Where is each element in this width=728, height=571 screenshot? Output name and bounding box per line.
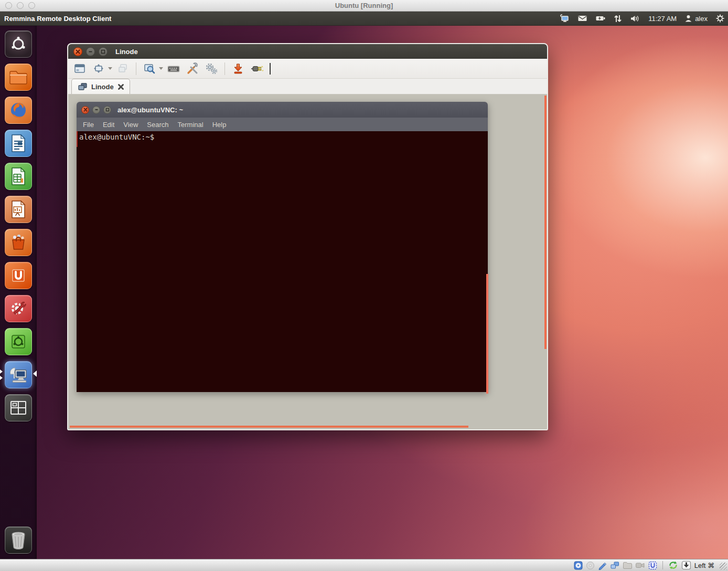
menu-search[interactable]: Search — [147, 121, 168, 129]
trash-icon — [9, 530, 27, 550]
host-window-title: Ubuntu [Running] — [0, 2, 728, 9]
session-gear-icon[interactable] — [715, 14, 725, 23]
scaled-mode-icon — [143, 62, 156, 75]
terminal-maximize-button[interactable] — [103, 106, 111, 114]
hdd-activity-icon[interactable] — [574, 561, 583, 570]
traffic-lights — [5, 2, 35, 9]
fullscreen-icon — [73, 62, 86, 75]
volume-indicator-icon[interactable] — [630, 14, 640, 23]
battery-indicator-icon[interactable] — [595, 14, 606, 23]
window-maximize-button[interactable] — [99, 47, 108, 56]
window-minimize-button[interactable] — [86, 47, 95, 56]
launcher-item-firefox[interactable] — [5, 97, 32, 124]
artifact-viewport-right-line — [544, 96, 547, 349]
toggle-scaled-button[interactable] — [141, 61, 158, 77]
macos-close-button[interactable] — [5, 2, 12, 9]
tools-button[interactable] — [203, 61, 220, 77]
menu-edit[interactable]: Edit — [103, 121, 114, 129]
network-traffic-indicator-icon[interactable] — [614, 14, 622, 23]
remote-desktop-indicator-icon[interactable] — [559, 14, 570, 23]
ubuntu-top-panel: Remmina Remote Desktop Client 11:27 AM a… — [0, 12, 728, 26]
terminal-titlebar[interactable]: alex@ubuntuVNC: ~ — [77, 102, 488, 118]
user-icon — [684, 14, 692, 23]
launcher-item-ubuntu-one[interactable] — [5, 262, 32, 289]
host-key-capture-icon[interactable] — [681, 561, 691, 570]
dash-home-icon — [9, 35, 27, 53]
scaled-menu-arrow[interactable] — [159, 67, 163, 70]
optical-disk-icon[interactable] — [586, 561, 595, 570]
remmina-window-title: Linode — [115, 48, 138, 56]
terminal-body[interactable]: alex@ubuntuVNC:~$ — [77, 131, 488, 392]
launcher-item-trash[interactable] — [5, 526, 32, 554]
shared-folder-icon[interactable] — [623, 561, 632, 569]
fit-window-button[interactable] — [90, 61, 107, 77]
launcher-item-libreoffice-calc[interactable] — [5, 163, 32, 190]
toolbar-separator-2 — [224, 62, 225, 75]
preferences-button[interactable] — [184, 61, 201, 77]
vnc-viewport[interactable]: alex@ubuntuVNC: ~ File Edit View Search … — [68, 94, 547, 429]
launcher-item-ubuntu-software-center[interactable] — [5, 229, 32, 256]
menu-view[interactable]: View — [123, 121, 138, 129]
terminal-prompt: alex@ubuntuVNC:~$ — [79, 133, 485, 141]
usb-icon[interactable] — [648, 561, 657, 570]
minimize-to-bottom-icon — [232, 62, 244, 75]
launcher-item-home-folder[interactable] — [5, 64, 32, 91]
duplicate-connection-button[interactable] — [114, 61, 131, 77]
calc-spreadsheet-icon — [10, 167, 27, 186]
mouse-integration-icon[interactable] — [668, 561, 678, 570]
launcher-item-libreoffice-writer[interactable] — [5, 130, 32, 157]
network-activity-icon[interactable] — [598, 561, 607, 570]
firefox-icon — [8, 100, 28, 120]
tab-close-icon[interactable] — [117, 83, 124, 90]
panel-clock[interactable]: 11:27 AM — [648, 15, 677, 23]
tab-label: Linode — [91, 83, 114, 91]
grab-keyboard-button[interactable] — [165, 61, 182, 77]
artifact-terminal-right-line — [486, 274, 488, 394]
toolbar-caret — [270, 63, 271, 75]
connection-tab-linode[interactable]: Linode — [71, 79, 130, 94]
remmina-icon — [8, 366, 28, 384]
launcher-item-libreoffice-impress[interactable] — [5, 196, 32, 223]
duplicate-icon — [116, 62, 129, 75]
mail-indicator-icon[interactable] — [577, 14, 587, 23]
launcher-item-remmina[interactable] — [5, 361, 32, 388]
macos-zoom-button[interactable] — [28, 2, 35, 9]
launcher-item-dash-home[interactable] — [5, 30, 32, 58]
macos-minimize-button[interactable] — [17, 2, 24, 9]
workspace-switcher-icon — [9, 400, 27, 416]
window-close-button[interactable] — [73, 47, 82, 56]
terminal-close-button[interactable] — [81, 106, 89, 114]
fit-window-menu-arrow[interactable] — [108, 67, 112, 70]
shared-clipboard-icon[interactable] — [610, 561, 619, 570]
minimize-window-button[interactable] — [230, 61, 247, 77]
writer-document-icon — [10, 134, 27, 153]
terminal-minimize-button[interactable] — [92, 106, 100, 114]
terminal-title: alex@ubuntuVNC: ~ — [117, 106, 183, 114]
launcher-item-system-settings[interactable] — [5, 295, 32, 322]
remote-terminal-window[interactable]: alex@ubuntuVNC: ~ File Edit View Search … — [77, 102, 488, 392]
menu-terminal[interactable]: Terminal — [178, 121, 204, 129]
video-capture-icon[interactable] — [635, 561, 645, 569]
macos-titlebar: Ubuntu [Running] — [0, 0, 728, 12]
statusbar-separator — [662, 561, 663, 569]
panel-app-title: Remmina Remote Desktop Client — [4, 15, 111, 23]
menu-file[interactable]: File — [83, 121, 94, 129]
disconnect-button[interactable] — [249, 61, 265, 77]
unity-launcher — [0, 26, 37, 559]
artifact-viewport-bottom-line — [70, 426, 468, 428]
remmina-window: Linode — [67, 43, 548, 430]
remmina-running-pip-2 — [0, 376, 3, 380]
software-center-bag-icon — [9, 234, 27, 251]
update-manager-icon — [9, 333, 27, 351]
toggle-fullscreen-button[interactable] — [71, 61, 88, 77]
remmina-tabbar: Linode — [68, 79, 547, 94]
resize-grip[interactable] — [720, 563, 727, 570]
remmina-titlebar[interactable]: Linode — [68, 44, 547, 59]
menu-help[interactable]: Help — [212, 121, 227, 129]
launcher-item-update-manager[interactable] — [5, 328, 32, 355]
user-menu[interactable]: alex — [684, 14, 708, 23]
launcher-item-workspace-switcher[interactable] — [5, 394, 32, 421]
remmina-toolbar — [68, 59, 547, 79]
gears-icon — [205, 62, 218, 75]
disconnect-plug-icon — [250, 62, 264, 75]
